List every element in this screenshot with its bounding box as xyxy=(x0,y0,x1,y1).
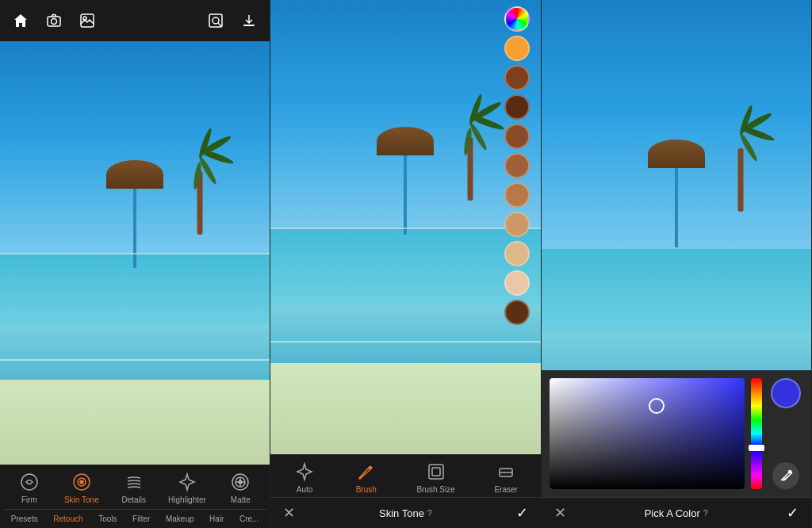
tab-bar: Presets Retouch Tools Filter Makeup Hair… xyxy=(3,509,266,525)
tab-hair[interactable]: Hair xyxy=(205,513,228,525)
search-zoom-icon[interactable] xyxy=(205,10,227,32)
divider-p2-1 xyxy=(270,228,540,229)
brush-tool-auto[interactable]: Auto xyxy=(293,461,316,494)
svg-rect-2 xyxy=(81,14,94,27)
palm-tree xyxy=(178,147,221,235)
brush-tools-row: Auto Brush xyxy=(270,454,540,497)
swatch-dark-brown[interactable] xyxy=(504,65,530,90)
tool-details[interactable]: Details xyxy=(116,471,151,504)
eyedropper-button[interactable] xyxy=(772,462,799,489)
svg-point-1 xyxy=(52,19,57,25)
swatch-medium-brown[interactable] xyxy=(504,124,530,149)
swatch-peach[interactable] xyxy=(504,270,530,296)
svg-point-5 xyxy=(213,17,219,24)
skin-tone-icon xyxy=(71,471,93,493)
download-icon[interactable] xyxy=(238,10,260,32)
tab-create[interactable]: Cre... xyxy=(235,513,263,525)
tool-skin-tone[interactable]: Skin Tone xyxy=(63,471,99,504)
color-picker-cursor xyxy=(649,398,665,414)
selected-color-circle xyxy=(771,378,801,408)
swatch-light-tan[interactable] xyxy=(504,241,530,266)
bottom-toolbar-panel1: Firm Skin Tone xyxy=(0,465,270,528)
svg-point-19 xyxy=(788,471,791,473)
panel2-action-bar: ✕ Skin Tone ? ✓ xyxy=(270,497,540,528)
tab-makeup[interactable]: Makeup xyxy=(161,513,199,525)
color-picker-panel xyxy=(542,370,811,497)
question-mark-p3[interactable]: ? xyxy=(703,508,708,518)
brush-icon xyxy=(355,461,377,483)
panel-2: Auto Brush xyxy=(270,0,541,528)
check-button-p2[interactable]: ✓ xyxy=(516,504,528,522)
pick-color-label: Pick A Color xyxy=(645,507,700,519)
auto-icon xyxy=(293,461,316,483)
highlighter-icon xyxy=(176,471,198,493)
brush-tool-eraser[interactable]: Eraser xyxy=(494,461,517,494)
svg-line-6 xyxy=(218,23,221,26)
tool-icons-row: Firm Skin Tone xyxy=(3,471,266,504)
details-label: Details xyxy=(121,495,146,504)
panel3-action-bar: ✕ Pick A Color ? ✓ xyxy=(542,497,811,528)
brush-size-icon xyxy=(425,461,447,483)
sand-bg-p2 xyxy=(270,354,540,454)
check-button-p3[interactable]: ✓ xyxy=(787,504,799,522)
palm-tree-p3 xyxy=(719,124,763,212)
skin-tone-action-label: Skin Tone xyxy=(379,507,424,519)
panel-1: Firm Skin Tone xyxy=(0,0,270,528)
eraser-icon xyxy=(495,461,517,483)
svg-rect-15 xyxy=(429,465,443,479)
gradient-dark xyxy=(550,378,745,489)
lower-water xyxy=(0,325,270,380)
eraser-label: Eraser xyxy=(494,485,517,494)
matte-label: Matte xyxy=(231,495,251,504)
svg-point-8 xyxy=(21,474,37,490)
skin-tone-label: Skin Tone xyxy=(64,495,99,504)
brush-tool-size[interactable]: Brush Size xyxy=(416,461,454,494)
divider-p2-2 xyxy=(270,341,540,342)
tab-tools[interactable]: Tools xyxy=(94,513,121,525)
close-button-p2[interactable]: ✕ xyxy=(283,504,295,522)
swatch-darker-brown[interactable] xyxy=(504,94,530,120)
swatch-orange[interactable] xyxy=(504,36,530,61)
swatch-light-brown[interactable] xyxy=(504,182,530,208)
swatch-tan[interactable] xyxy=(504,212,530,237)
firm-label: Firm xyxy=(21,495,37,504)
camera-icon[interactable] xyxy=(43,10,65,32)
color-gradient-box[interactable] xyxy=(550,378,745,489)
header-bar xyxy=(0,0,270,41)
panel-3: ✕ Pick A Color ? ✓ xyxy=(542,0,812,528)
gallery-icon[interactable] xyxy=(76,10,98,32)
color-picker-inner xyxy=(550,378,803,489)
brush-size-label: Brush Size xyxy=(416,485,454,494)
tab-retouch[interactable]: Retouch xyxy=(48,513,87,525)
swatch-rainbow[interactable] xyxy=(504,6,530,32)
sand-bg xyxy=(0,372,270,465)
svg-point-14 xyxy=(239,480,242,484)
highlighter-label: Highlighter xyxy=(168,495,206,504)
home-icon[interactable] xyxy=(10,10,32,32)
palm-tree-p2 xyxy=(448,113,492,201)
firm-icon xyxy=(18,471,40,493)
brush-tool-brush[interactable]: Brush xyxy=(355,461,377,494)
svg-rect-7 xyxy=(243,25,255,26)
color-preview-col xyxy=(768,378,803,489)
tool-highlighter[interactable]: Highlighter xyxy=(168,471,206,504)
tab-presets[interactable]: Presets xyxy=(6,513,43,525)
close-button-p3[interactable]: ✕ xyxy=(554,504,566,522)
panel2-bottom: Auto Brush xyxy=(270,454,540,528)
tool-firm[interactable]: Firm xyxy=(11,471,47,504)
panel2-label-group: Skin Tone ? xyxy=(379,507,432,519)
auto-label: Auto xyxy=(297,485,313,494)
hue-handle xyxy=(749,445,764,451)
swatch-deep-brown[interactable] xyxy=(504,300,530,325)
swatch-brown[interactable] xyxy=(504,153,530,178)
matte-icon xyxy=(229,471,251,493)
header-right xyxy=(205,10,260,32)
hue-slider[interactable] xyxy=(751,378,762,489)
question-mark-p2[interactable]: ? xyxy=(427,508,432,518)
tab-filter[interactable]: Filter xyxy=(128,513,155,525)
tool-matte[interactable]: Matte xyxy=(223,471,259,504)
main-image-panel1 xyxy=(0,41,270,465)
brush-label: Brush xyxy=(356,485,377,494)
svg-rect-16 xyxy=(432,468,440,476)
main-image-panel2 xyxy=(270,0,540,454)
